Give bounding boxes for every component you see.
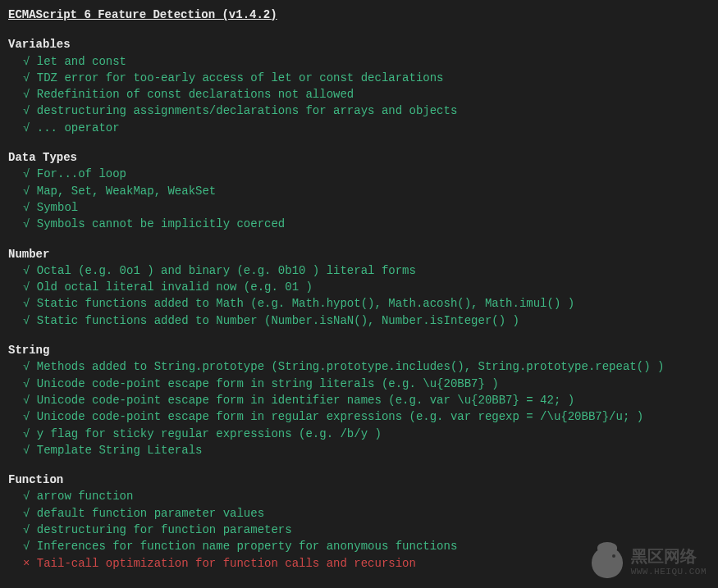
feature-text: Unicode code-point escape form in string… bbox=[30, 377, 498, 390]
feature-text: Static functions added to Number (Number… bbox=[30, 314, 519, 327]
feature-text: Old octal literal invalid now (e.g. 01 ) bbox=[30, 280, 312, 294]
watermark: 黑区网络 WWW.HEIQU.COM bbox=[592, 547, 707, 578]
feature-text: Symbols cannot be implicitly coerced bbox=[30, 217, 285, 230]
watermark-cn: 黑区网络 bbox=[631, 549, 707, 567]
feature-item: √ default function parameter values bbox=[8, 505, 710, 522]
feature-text: Symbol bbox=[30, 201, 78, 214]
feature-text: destructuring assignments/declarations f… bbox=[30, 104, 457, 117]
feature-item: √ Template String Literals bbox=[8, 442, 710, 458]
feature-item: √ Symbols cannot be implicitly coerced bbox=[8, 216, 710, 232]
feature-text: Inferences for function name property fo… bbox=[30, 540, 457, 553]
page-title: ECMAScript 6 Feature Detection (v1.4.2) bbox=[8, 7, 710, 23]
feature-text: arrow function bbox=[30, 490, 133, 503]
feature-item: √ Map, Set, WeakMap, WeakSet bbox=[8, 183, 710, 199]
feature-item: √ destructuring assignments/declarations… bbox=[8, 103, 710, 119]
section-header: Function bbox=[8, 472, 710, 488]
feature-item: √ y flag for sticky regular expressions … bbox=[8, 426, 710, 442]
feature-item: √ Redefinition of const declarations not… bbox=[8, 86, 710, 103]
feature-text: let and const bbox=[30, 55, 126, 68]
feature-text: Redefinition of const declarations not a… bbox=[30, 88, 354, 101]
feature-text: Methods added to String.prototype (Strin… bbox=[30, 360, 664, 373]
feature-text: For...of loop bbox=[30, 167, 126, 180]
feature-item: √ Methods added to String.prototype (Str… bbox=[8, 358, 710, 375]
section-header: Data Types bbox=[8, 149, 710, 166]
feature-item: √ ... operator bbox=[8, 120, 710, 136]
feature-text: Octal (e.g. 0o1 ) and binary (e.g. 0b10 … bbox=[30, 264, 415, 277]
feature-item: √ Unicode code-point escape form in regu… bbox=[8, 408, 710, 425]
feature-text: ... operator bbox=[30, 121, 119, 134]
feature-item: √ destructuring for function parameters bbox=[8, 522, 710, 538]
feature-text: y flag for sticky regular expressions (e… bbox=[30, 427, 381, 440]
feature-item: √ Unicode code-point escape form in iden… bbox=[8, 392, 710, 408]
feature-text: Unicode code-point escape form in regula… bbox=[30, 410, 643, 423]
watermark-en: WWW.HEIQU.COM bbox=[631, 567, 707, 577]
feature-item: √ TDZ error for too-early access of let … bbox=[8, 70, 710, 86]
feature-text: default function parameter values bbox=[30, 507, 264, 520]
feature-item: √ Static functions added to Math (e.g. M… bbox=[8, 295, 710, 312]
feature-text: Map, Set, WeakMap, WeakSet bbox=[30, 185, 216, 198]
sections-container: Variables√ let and const√ TDZ error for … bbox=[8, 36, 710, 572]
feature-text: Tail-call optimization for function call… bbox=[30, 557, 415, 570]
section-header: Variables bbox=[8, 36, 710, 52]
section-header: String bbox=[8, 342, 710, 358]
watermark-text: 黑区网络 WWW.HEIQU.COM bbox=[631, 549, 707, 577]
section-header: Number bbox=[8, 246, 710, 262]
feature-text: destructuring for function parameters bbox=[30, 523, 291, 536]
feature-item: √ Unicode code-point escape form in stri… bbox=[8, 376, 710, 392]
feature-item: √ arrow function bbox=[8, 488, 710, 504]
feature-item: √ Octal (e.g. 0o1 ) and binary (e.g. 0b1… bbox=[8, 262, 710, 279]
feature-item: √ Symbol bbox=[8, 199, 710, 216]
feature-text: Unicode code-point escape form in identi… bbox=[30, 394, 574, 407]
feature-item: √ Old octal literal invalid now (e.g. 01… bbox=[8, 279, 710, 295]
feature-text: Template String Literals bbox=[30, 444, 202, 457]
mushroom-icon bbox=[592, 547, 623, 578]
feature-item: √ Static functions added to Number (Numb… bbox=[8, 312, 710, 329]
feature-item: √ For...of loop bbox=[8, 166, 710, 182]
feature-text: TDZ error for too-early access of let or… bbox=[30, 71, 443, 84]
feature-item: √ let and const bbox=[8, 53, 710, 70]
feature-text: Static functions added to Math (e.g. Mat… bbox=[30, 297, 574, 310]
